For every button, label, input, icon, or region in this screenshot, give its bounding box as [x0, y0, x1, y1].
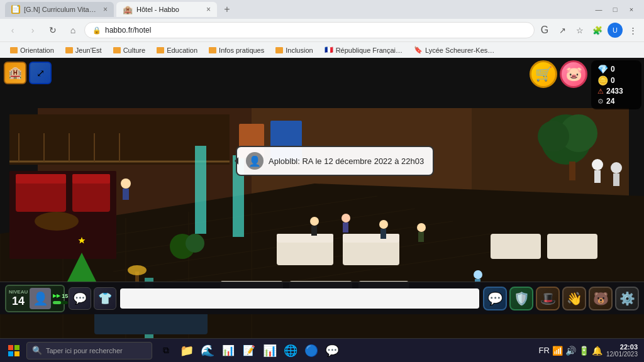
tab-2[interactable]: 🏨 Hôtel - Habbo ×	[116, 2, 217, 17]
discord-app[interactable]: 💬	[322, 341, 342, 361]
svg-rect-30	[343, 240, 399, 265]
tab-2-label: Hôtel - Habbo	[136, 6, 179, 13]
bookmark-label: Culture	[123, 47, 145, 54]
hat-button[interactable]: 🎩	[536, 287, 560, 310]
tooltip-avatar: 👤	[246, 152, 264, 170]
extension-icon[interactable]: 🧩	[590, 23, 605, 38]
right-action-buttons: 💬 🛡️ 🎩 👋 🐻 ⚙️	[483, 287, 639, 310]
language-icon[interactable]: FR	[539, 346, 550, 355]
level-number: 14	[12, 295, 25, 308]
settings-button[interactable]: ⚙️	[615, 287, 639, 310]
bookmark-inclusion[interactable]: Inclusion	[270, 45, 318, 55]
stats-panel: 💎 0 🪙 0 ⚠ 2433 ⚙ 24	[591, 60, 641, 109]
home-button[interactable]: ⌂	[64, 21, 82, 39]
bookmark-jeunest[interactable]: Jeun'Est	[60, 45, 107, 55]
start-button[interactable]	[3, 341, 25, 361]
extra-count: 24	[606, 97, 614, 106]
minimize-button[interactable]: —	[591, 3, 606, 16]
svg-point-62	[611, 162, 622, 173]
search-placeholder: Taper ici pour rechercher	[46, 347, 123, 354]
piggy-bank-icon[interactable]: 🐷	[560, 60, 587, 88]
address-input[interactable]: 🔒 habbo.fr/hotel	[84, 22, 535, 38]
wave-button[interactable]: 👋	[562, 287, 586, 310]
svg-rect-17	[16, 174, 66, 184]
system-clock[interactable]: 22:03 12/01/2023	[606, 343, 638, 358]
tab-1-label: [G.N] Curriculum Vitae de Moms	[24, 6, 99, 13]
taskbar-search[interactable]: 🔍 Taper ici pour rechercher	[26, 342, 152, 359]
taskbar-apps: ⧉ 📁 🌊 📊 📝 📊 🌐 🔵 💬	[156, 341, 342, 361]
svg-rect-72	[14, 345, 19, 350]
chat-input[interactable]	[120, 288, 479, 309]
tray-icons: FR 📶 🔊 🔋 🔔	[539, 346, 602, 356]
outfit-button[interactable]: 👕	[94, 287, 116, 310]
svg-point-70	[128, 265, 147, 275]
maximize-button[interactable]: □	[608, 3, 623, 16]
shield-button[interactable]: 🛡️	[509, 287, 533, 310]
action-buttons: 💬 👕	[69, 287, 116, 310]
folder-icon	[209, 47, 216, 53]
game-content-area[interactable]: 👤 Aploblbl: RA le 12 décembre 2022 à 22h…	[0, 58, 644, 338]
xp-arrows: ▶▶ 15	[53, 293, 68, 299]
chrome-app[interactable]: 🌐	[280, 341, 301, 361]
svg-rect-53	[343, 222, 348, 233]
profile-icon[interactable]: U	[608, 23, 623, 38]
close-button[interactable]: ×	[624, 3, 639, 16]
bear-button[interactable]: 🐻	[589, 287, 613, 310]
discord-button[interactable]: 💬	[483, 287, 507, 310]
top-right-hud: 🛒 🐷 💎 0 🪙 0 ⚠ 2433	[530, 60, 641, 109]
bookmarks-bar: Orientation Jeun'Est Culture Education I…	[0, 41, 644, 58]
excel-app[interactable]: 📊	[218, 341, 238, 361]
bookmark-education[interactable]: Education	[152, 45, 203, 55]
extra-icon: ⚙	[597, 97, 604, 106]
svg-rect-73	[8, 351, 13, 356]
notification-icon[interactable]: 🔔	[592, 346, 602, 356]
powerpoint-app[interactable]: 📊	[260, 341, 280, 361]
bottom-hud: NIVEAU 14 👤 ▶▶ 15 💬 👕	[0, 282, 644, 314]
bookmark-star-icon[interactable]: ☆	[572, 23, 587, 38]
new-tab-button[interactable]: +	[219, 2, 235, 17]
battery-icon[interactable]: 🔋	[579, 346, 589, 356]
flag-icon: 🇫🇷	[325, 46, 333, 54]
edge-app[interactable]: 🌊	[197, 341, 218, 361]
svg-point-48	[121, 178, 131, 189]
svg-rect-61	[594, 170, 601, 183]
back-button[interactable]: ‹	[4, 21, 21, 39]
tab-2-close[interactable]: ×	[206, 5, 211, 14]
player-tooltip: 👤 Aploblbl: RA le 12 décembre 2022 à 22h…	[236, 146, 434, 176]
svg-rect-49	[123, 189, 129, 200]
bookmark-culture[interactable]: Culture	[108, 45, 150, 55]
tab-1-icon: 📄	[11, 5, 20, 14]
folder-icon	[275, 47, 283, 53]
word-app[interactable]: 📝	[239, 341, 259, 361]
share-icon[interactable]: ↗	[555, 23, 570, 38]
search-icon: 🔍	[32, 346, 42, 355]
duck-icon[interactable]: 🛒	[530, 60, 557, 88]
volume-icon[interactable]: 🔊	[565, 346, 576, 356]
google-icon[interactable]: G	[537, 23, 552, 38]
expand-button[interactable]: ⤢	[29, 62, 52, 84]
link-icon: 🔖	[414, 46, 423, 54]
diamond-count: 0	[611, 65, 615, 74]
file-explorer-app[interactable]: 📁	[177, 341, 197, 361]
svg-rect-31	[343, 234, 399, 243]
xp-value: 15	[62, 293, 68, 299]
tab-1-close[interactable]: ×	[103, 5, 108, 14]
bookmark-republique[interactable]: 🇫🇷 République Françai…	[319, 45, 408, 55]
forward-button[interactable]: ›	[24, 21, 42, 39]
bookmark-orientation[interactable]: Orientation	[5, 45, 59, 55]
chat-button[interactable]: 💬	[69, 287, 91, 310]
bookmark-label: Lycée Scheurer-Kes…	[425, 47, 494, 54]
taskview-button[interactable]: ⧉	[156, 341, 176, 361]
player-card: NIVEAU 14 👤 ▶▶ 15	[5, 285, 65, 312]
svg-rect-19	[72, 174, 110, 184]
reload-button[interactable]: ↻	[44, 21, 62, 39]
ms-edge-app[interactable]: 🔵	[301, 341, 321, 361]
bookmark-infos[interactable]: Infos pratiques	[204, 45, 269, 55]
coin-icon: 🪙	[597, 75, 608, 85]
bookmark-lycee[interactable]: 🔖 Lycée Scheurer-Kes…	[409, 45, 499, 55]
habbo-button[interactable]: 🏨	[4, 62, 26, 84]
xp-bar	[53, 301, 68, 304]
network-icon[interactable]: 📶	[552, 346, 563, 356]
menu-icon[interactable]: ⋮	[625, 23, 640, 38]
tab-1[interactable]: 📄 [G.N] Curriculum Vitae de Moms ×	[5, 2, 114, 17]
